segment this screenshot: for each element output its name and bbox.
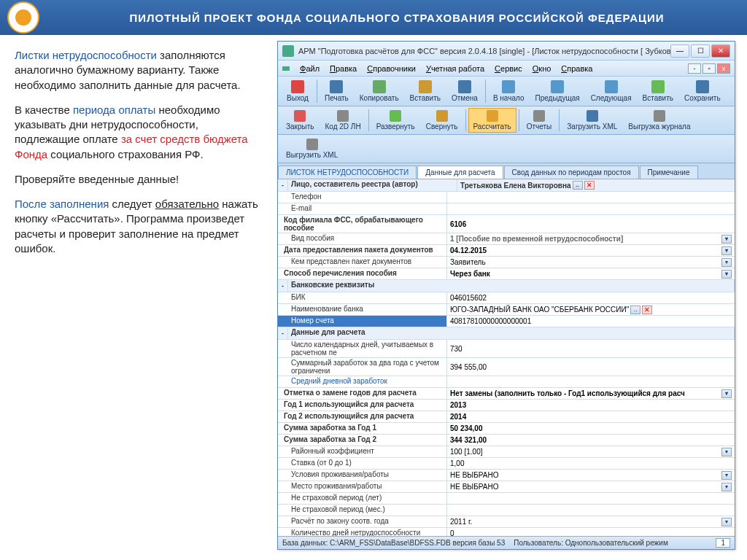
collapse-icon[interactable]: - (278, 179, 288, 191)
close-button[interactable]: ✕ (711, 44, 730, 58)
non-ins-months-field[interactable] (447, 505, 735, 516)
avg-daily-field[interactable] (447, 376, 735, 387)
expand-button[interactable]: Развернуть (371, 108, 420, 133)
clear-button[interactable]: ✕ (642, 306, 652, 314)
account-field[interactable]: 40817810000000000001 (447, 316, 735, 327)
next-icon (605, 80, 618, 93)
reports-button[interactable]: Отчеты (522, 108, 557, 133)
region-coef-field[interactable]: 100 [1.00]▾ (447, 446, 735, 457)
pay-method-field[interactable]: Через банк▾ (447, 268, 735, 279)
save-button[interactable]: Сохранить (679, 78, 726, 104)
phone-field[interactable] (447, 192, 735, 203)
code2d-button[interactable]: Код 2D ЛН (320, 108, 366, 133)
menu-edit[interactable]: Правка (326, 63, 360, 74)
sick-days-field[interactable]: 0 (447, 528, 735, 536)
law-year-field[interactable]: 2011 г.▾ (447, 516, 735, 527)
branch-code-field[interactable]: 6106 (447, 215, 735, 233)
maximize-button[interactable]: ☐ (691, 44, 710, 58)
xml-icon (306, 139, 318, 150)
txt: социального страхования РФ. (47, 148, 204, 160)
menu-help[interactable]: Справка (557, 63, 596, 74)
bank-name-label: Наименование банка (278, 304, 447, 315)
undo-button[interactable]: Отмена (446, 78, 483, 104)
year1-field[interactable]: 2013 (447, 400, 735, 411)
close-doc-button[interactable]: Закрыть (281, 108, 320, 133)
print-button[interactable]: Печать (320, 78, 354, 104)
browse-button[interactable]: .. (573, 181, 583, 190)
chevron-down-icon[interactable]: ▾ (721, 518, 732, 526)
calculate-button[interactable]: Рассчитать (468, 108, 516, 133)
rate-field[interactable]: 1,00 (447, 458, 735, 469)
clear-button[interactable]: ✕ (584, 181, 595, 190)
export-journal-button[interactable]: Выгрузка журнала (623, 108, 695, 133)
minimize-button[interactable]: — (670, 44, 689, 58)
lbl: Предыдущая (535, 94, 579, 102)
first-button[interactable]: В начало (488, 78, 530, 104)
benefit-type-field[interactable]: 1 [Пособие по временной нетрудоспособнос… (447, 233, 735, 244)
doc-restore-button[interactable]: ▫ (703, 63, 716, 74)
browse-button[interactable]: .. (630, 306, 640, 314)
phone-label: Телефон (278, 192, 447, 203)
paste-button[interactable]: Вставить (405, 78, 446, 104)
insert-icon (651, 80, 665, 93)
calc-days-label: Число календарных дней, учитываемых в ра… (278, 340, 447, 357)
menu-window[interactable]: Окно (529, 63, 555, 74)
status-page: 1 (716, 538, 730, 548)
titlebar[interactable]: АРМ "Подготовка расчётов для ФСС" версия… (278, 42, 735, 61)
menu-file[interactable]: Файл (296, 63, 323, 74)
living-place-field[interactable]: НЕ ВЫБРАНО▾ (447, 481, 735, 492)
collapse-icon[interactable]: - (278, 327, 288, 339)
submitter-field[interactable]: Заявитель▾ (447, 257, 735, 268)
copy-button[interactable]: Копировать (355, 78, 404, 104)
collapse-icon[interactable]: - (278, 280, 288, 292)
chevron-down-icon[interactable]: ▾ (721, 258, 732, 267)
lbl: Сохранить (684, 94, 721, 102)
doc-close-button[interactable]: x (717, 63, 730, 74)
living-cond-field[interactable]: НЕ ВЫБРАНО▾ (447, 470, 735, 481)
load-xml-button[interactable]: Загрузить XML (562, 108, 622, 133)
exit-button[interactable]: Выход (281, 78, 314, 104)
menu-dict[interactable]: Справочники (363, 63, 419, 74)
chevron-down-icon[interactable]: ▾ (721, 389, 732, 398)
chevron-down-icon[interactable]: ▾ (721, 235, 732, 244)
two-year-sum-label: Суммарный заработок за два года с учетом… (278, 358, 447, 376)
submit-date-field[interactable]: 04.12.2015▾ (447, 245, 735, 256)
txt: обязательно (155, 198, 219, 210)
warning-text: Проверяйте введенные данные! (15, 172, 264, 187)
tab-calc-data[interactable]: Данные для расчета (417, 166, 503, 179)
doc-minimize-button[interactable]: - (688, 63, 701, 74)
year-replace-field[interactable]: Нет замены (заполнить только - Год1 испо… (447, 388, 735, 399)
chevron-down-icon[interactable]: ▾ (721, 471, 732, 480)
calc-days-field[interactable]: 730 (447, 340, 735, 357)
chevron-down-icon[interactable]: ▾ (721, 483, 732, 491)
non-ins-years-field[interactable] (447, 493, 735, 504)
author-value[interactable]: Третьякова Елена Викторовна..✕ (457, 179, 735, 191)
year2-field[interactable]: 2014 (447, 411, 735, 422)
insert-button[interactable]: Вставить (638, 78, 678, 104)
sum-year1-label: Сумма заработка за Год 1 (278, 423, 447, 434)
copy-icon (373, 80, 386, 93)
collapse-button[interactable]: Свернуть (421, 108, 463, 133)
two-year-sum-field[interactable]: 394 555,00 (447, 358, 735, 376)
sum-year2-field[interactable]: 344 321,00 (447, 435, 735, 446)
bank-name-field[interactable]: ЮГО-ЗАПАДНЫЙ БАНК ОАО "СБЕРБАНК РОССИИ".… (447, 304, 735, 315)
menu-service[interactable]: Сервис (491, 63, 526, 74)
bik-label: БИК (278, 292, 447, 303)
submit-date-label: Дата предоставления пакета документов (278, 245, 447, 256)
tab-note[interactable]: Примечание (640, 166, 698, 179)
tab-sick-leave[interactable]: ЛИСТОК НЕТРУДОСПОСОБНОСТИ (278, 166, 417, 179)
bik-field[interactable]: 046015602 (447, 292, 735, 303)
lbl: Закрыть (286, 122, 314, 131)
prev-button[interactable]: Предыдущая (530, 78, 584, 104)
menu-work[interactable]: Учетная работа (422, 63, 488, 74)
chevron-down-icon[interactable]: ▾ (721, 270, 732, 279)
chevron-down-icon[interactable]: ▾ (721, 448, 732, 456)
sum-year1-field[interactable]: 50 234,00 (447, 423, 735, 434)
email-field[interactable] (447, 203, 735, 214)
export-xml-button[interactable]: Выгрузить XML (281, 136, 343, 161)
next-button[interactable]: Следующая (586, 78, 637, 104)
txt: следует (109, 198, 155, 210)
lbl: Копировать (360, 94, 399, 102)
tab-idle-summary[interactable]: Свод данных по периодам простоя (504, 166, 639, 179)
chevron-down-icon[interactable]: ▾ (721, 246, 732, 255)
